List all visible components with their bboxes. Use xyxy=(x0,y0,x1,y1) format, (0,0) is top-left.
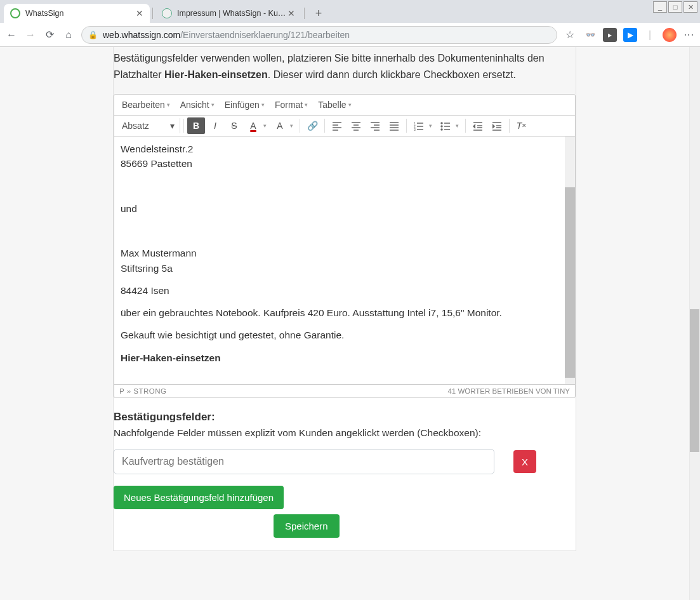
align-left-button[interactable] xyxy=(328,117,346,134)
align-center-button[interactable] xyxy=(347,117,365,134)
back-button[interactable]: ← xyxy=(5,29,18,41)
italic-button[interactable]: I xyxy=(206,117,224,134)
editor-toolbar: Absatz▾ B I S A ▾ A ▾ 🔗 123 ▾ xyxy=(114,116,575,137)
tab-close-icon[interactable]: ✕ xyxy=(287,8,295,18)
tab-separator xyxy=(304,8,305,19)
save-button[interactable]: Speichern xyxy=(274,514,340,538)
svg-point-24 xyxy=(441,126,442,127)
address-bar[interactable]: 🔒 web.whatssign.com/Einverstaendniserkla… xyxy=(81,26,557,44)
page-scroll-area[interactable]: Bestätigungsfelder verwenden wollen, pla… xyxy=(0,47,689,600)
remove-field-button[interactable]: X xyxy=(513,450,536,473)
menu-insert[interactable]: Einfügen▾ xyxy=(220,96,270,114)
add-field-button[interactable]: Neues Bestätigungsfeld hinzufügen xyxy=(114,486,284,509)
extension-glasses-icon[interactable]: 👓 xyxy=(583,28,597,42)
url-path: /Einverstaendniserklaerung/121/bearbeite… xyxy=(180,30,350,40)
section-label: Bestätigungsfelder: xyxy=(114,411,576,423)
page-viewport: Bestätigungsfelder verwenden wollen, pla… xyxy=(0,47,700,600)
browser-tab-inactive[interactable]: Impressum | WhatsSign - Kunden d ✕ xyxy=(155,4,301,23)
page-scroll-thumb[interactable] xyxy=(690,309,699,452)
reload-button[interactable]: ⟳ xyxy=(43,29,56,41)
tab-close-icon[interactable]: ✕ xyxy=(136,8,143,18)
window-maximize[interactable]: □ xyxy=(668,1,682,13)
window-controls: _ □ ✕ xyxy=(653,1,697,13)
editor-scrollbar[interactable] xyxy=(565,137,575,384)
align-justify-button[interactable] xyxy=(385,117,403,134)
browser-menu-icon[interactable]: ⋮ xyxy=(683,30,695,40)
strike-button[interactable]: S xyxy=(225,117,243,134)
tab-title: Impressum | WhatsSign - Kunden d xyxy=(177,9,287,18)
lock-icon: 🔒 xyxy=(88,30,98,39)
paragraph-select[interactable]: Absatz▾ xyxy=(117,118,180,133)
numbered-list-button[interactable]: 123 xyxy=(410,117,428,134)
editor-content[interactable]: Wendelsteinstr.2 85669 Pastetten und Max… xyxy=(114,137,575,384)
link-button[interactable]: 🔗 xyxy=(303,117,321,134)
bg-color-caret[interactable]: ▾ xyxy=(290,123,296,129)
svg-text:3: 3 xyxy=(414,128,416,131)
window-minimize[interactable]: _ xyxy=(653,1,667,13)
text-color-caret[interactable]: ▾ xyxy=(263,123,270,129)
editor-path[interactable]: P » STRONG xyxy=(119,387,166,395)
home-button[interactable]: ⌂ xyxy=(62,29,75,41)
tab-separator xyxy=(152,8,153,19)
menu-format[interactable]: Format▾ xyxy=(270,96,313,114)
favicon-whatssign-icon xyxy=(10,8,20,18)
extension-3-icon[interactable]: ▶ xyxy=(623,28,637,42)
text-color-button[interactable]: A xyxy=(244,117,262,134)
editor-menubar: Bearbeiten▾ Ansicht▾ Einfügen▾ Format▾ T… xyxy=(114,95,575,116)
confirmation-fields-section: Bestätigungsfelder: Nachfolgende Felder … xyxy=(114,411,576,538)
indent-button[interactable] xyxy=(488,117,506,134)
main-content: Bestätigungsfelder verwenden wollen, pla… xyxy=(113,47,576,551)
browser-tab-active[interactable]: WhatsSign ✕ xyxy=(4,4,150,23)
forward-button[interactable]: → xyxy=(24,29,37,41)
align-right-button[interactable] xyxy=(366,117,384,134)
editor-wordcount: 41 WÖRTER BETRIEBEN VON TINY xyxy=(447,387,570,395)
toolbar-separator: | xyxy=(644,29,656,41)
new-tab-button[interactable]: + xyxy=(311,6,326,21)
rich-text-editor: Bearbeiten▾ Ansicht▾ Einfügen▾ Format▾ T… xyxy=(114,94,576,398)
menu-table[interactable]: Tabelle▾ xyxy=(313,96,356,114)
outdent-button[interactable] xyxy=(469,117,487,134)
favicon-doc-icon xyxy=(162,8,172,18)
bullet-list-button[interactable] xyxy=(437,117,454,134)
svg-point-22 xyxy=(441,123,442,124)
confirmation-field-input[interactable] xyxy=(114,449,494,474)
bookmark-star-icon[interactable]: ☆ xyxy=(564,29,576,41)
extension-2-icon[interactable]: ▸ xyxy=(603,28,617,42)
browser-tab-strip: WhatsSign ✕ Impressum | WhatsSign - Kund… xyxy=(0,0,700,23)
bullet-caret[interactable]: ▾ xyxy=(456,123,462,129)
section-description: Nachfolgende Felder müssen explizit vom … xyxy=(114,427,576,439)
editor-statusbar: P » STRONG 41 WÖRTER BETRIEBEN VON TINY xyxy=(114,384,575,397)
svg-point-26 xyxy=(441,129,442,130)
menu-view[interactable]: Ansicht▾ xyxy=(175,96,220,114)
editor-scroll-thumb[interactable] xyxy=(565,187,575,378)
bg-color-button[interactable]: A xyxy=(271,117,289,134)
url-domain: web.whatssign.com xyxy=(103,30,180,40)
clear-format-button[interactable]: T✕ xyxy=(513,117,531,134)
browser-toolbar: ← → ⟳ ⌂ 🔒 web.whatssign.com/Einverstaend… xyxy=(0,23,700,47)
page-scrollbar[interactable] xyxy=(689,47,700,600)
profile-avatar-icon[interactable] xyxy=(663,28,677,42)
window-close[interactable]: ✕ xyxy=(683,1,697,13)
menu-edit[interactable]: Bearbeiten▾ xyxy=(117,96,175,114)
numbered-caret[interactable]: ▾ xyxy=(429,123,435,129)
bold-button[interactable]: B xyxy=(187,117,205,134)
intro-text: Bestätigungsfelder verwenden wollen, pla… xyxy=(114,47,576,89)
tab-title: WhatsSign xyxy=(25,9,136,18)
